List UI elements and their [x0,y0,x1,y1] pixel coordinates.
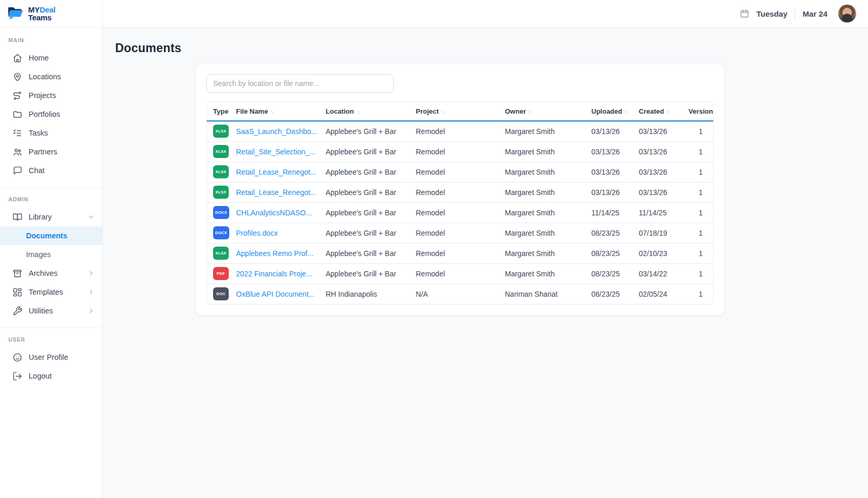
sidebar-item-chat[interactable]: Chat [0,161,102,180]
sidebar-item-label: Logout [29,372,95,380]
column-header-file-name[interactable]: File Name↑↓ [236,102,326,121]
page-content: Documents Type File Name↑↓ Loc [103,28,868,315]
sort-icon[interactable]: ↑↓ [356,109,359,115]
file-name-link[interactable]: Applebees Remo Prof... [236,249,314,258]
location-cell: Applebee's Grill + Bar [326,162,416,182]
sidebar-item-label: Library [29,213,81,221]
file-name-link[interactable]: OxBlue API Document... [236,290,315,298]
project-cell: N/A [416,284,505,304]
sidebar-item-archives[interactable]: Archives [0,264,102,283]
sidebar-item-user-profile[interactable]: User Profile [0,348,102,367]
project-cell: Remodel [416,223,505,243]
sort-icon[interactable]: ↑↓ [624,109,627,115]
version-cell: 1 [686,121,714,141]
sidebar-item-images[interactable]: Images [0,245,102,264]
column-header-version: Version [686,102,714,121]
file-name-link[interactable]: SaaS_Launch_Dashbo... [236,127,317,136]
owner-cell: Nariman Shariat [505,284,591,304]
app-root: MYDeal Teams MAIN Home Locations Project… [0,0,868,498]
sidebar-item-label: Utilities [29,307,81,315]
file-name-link[interactable]: 2022 Financials Proje... [236,270,312,278]
sidebar-item-partners[interactable]: Partners [0,142,102,161]
created-cell: 02/10/23 [639,243,686,263]
sidebar-item-tasks[interactable]: Tasks [0,124,102,142]
column-header-created[interactable]: Created↑↓ [639,102,686,121]
sidebar-item-templates[interactable]: Templates [0,283,102,301]
file-name-link[interactable]: Profiles.docx [236,229,278,237]
location-cell: Applebee's Grill + Bar [326,141,416,162]
sort-icon[interactable]: ↑↓ [528,109,531,115]
home-icon [13,53,22,63]
brand-name: MYDeal Teams [28,6,55,22]
section-label-main: MAIN [0,37,102,48]
sidebar-item-label: Archives [29,269,81,277]
file-name-link[interactable]: Retail_Site_Selection_... [236,148,316,156]
uploaded-cell: 08/23/25 [591,284,639,304]
chevron-down-icon [88,213,95,221]
version-cell: 1 [686,263,714,284]
owner-cell: Margaret Smith [505,202,591,223]
user-avatar[interactable] [838,4,857,23]
file-type-badge: XLSX [213,125,229,138]
table-row: XLSX Applebees Remo Prof... Applebee's G… [207,243,714,263]
file-name-link[interactable]: CHLAnalyticsNDASO... [236,209,312,217]
sort-icon[interactable]: ↑↓ [666,109,669,115]
page-title: Documents [115,41,855,55]
sidebar-item-label: Tasks [29,129,95,137]
uploaded-cell: 08/23/25 [591,263,639,284]
file-type-badge: DOCX [213,206,229,219]
sidebar-item-home[interactable]: Home [0,48,102,67]
created-cell: 02/05/24 [639,284,686,304]
sidebar-item-documents[interactable]: Documents [0,226,102,245]
project-cell: Remodel [416,162,505,182]
owner-cell: Margaret Smith [505,141,591,162]
sidebar-item-label: Home [29,54,95,62]
project-cell: Remodel [416,263,505,284]
location-cell: Applebee's Grill + Bar [326,243,416,263]
column-header-owner[interactable]: Owner↑↓ [505,102,591,121]
table-row: XLSX Retail_Lease_Renegot... Applebee's … [207,162,714,182]
location-cell: Applebee's Grill + Bar [326,121,416,141]
sidebar-item-utilities[interactable]: Utilities [0,301,102,320]
version-cell: 1 [686,141,714,162]
owner-cell: Margaret Smith [505,223,591,243]
file-name-link[interactable]: Retail_Lease_Renegot... [236,168,316,176]
owner-cell: Margaret Smith [505,162,591,182]
sidebar-item-locations[interactable]: Locations [0,67,102,86]
file-type-badge: PDF [213,267,229,280]
table-row: XLSX SaaS_Launch_Dashbo... Applebee's Gr… [207,121,714,141]
table-row: DOC OxBlue API Document... RH Indianapol… [207,284,714,304]
sidebar-item-label: Portfolios [29,110,95,118]
archive-icon [13,269,22,278]
created-cell: 03/13/26 [639,141,686,162]
brand-logo[interactable]: MYDeal Teams [0,0,102,28]
sidebar-item-library[interactable]: Library [0,208,102,226]
uploaded-cell: 08/23/25 [591,243,639,263]
version-cell: 1 [686,182,714,202]
sidebar-item-portfolios[interactable]: Portfolios [0,105,102,124]
column-header-project[interactable]: Project↑↓ [416,102,505,121]
sort-icon[interactable]: ↑↓ [441,109,444,115]
weekday-label: Tuesday [757,9,788,18]
file-name-link[interactable]: Retail_Lease_Renegot... [236,188,316,197]
created-cell: 07/18/19 [639,223,686,243]
sidebar: MYDeal Teams MAIN Home Locations Project… [0,0,103,498]
column-header-uploaded[interactable]: Uploaded↑↓ [591,102,639,121]
owner-cell: Margaret Smith [505,243,591,263]
version-cell: 1 [686,284,714,304]
documents-card: Type File Name↑↓ Location↑↓ Project↑↓ Ow… [195,64,725,315]
location-cell: Applebee's Grill + Bar [326,223,416,243]
table-row: XLSX Retail_Lease_Renegot... Applebee's … [207,182,714,202]
location-cell: Applebee's Grill + Bar [326,263,416,284]
sidebar-item-projects[interactable]: Projects [0,86,102,105]
sort-icon[interactable]: ↑↓ [270,109,273,115]
file-type-badge: XLSX [213,186,229,199]
column-header-location[interactable]: Location↑↓ [326,102,416,121]
search-input[interactable] [206,74,394,93]
logout-icon [13,371,22,381]
sidebar-item-logout[interactable]: Logout [0,367,102,385]
file-type-badge: DOCX [213,226,229,239]
table-header-row: Type File Name↑↓ Location↑↓ Project↑↓ Ow… [207,102,714,121]
date-label: Mar 24 [802,9,827,18]
sidebar-item-label: Images [26,250,95,259]
